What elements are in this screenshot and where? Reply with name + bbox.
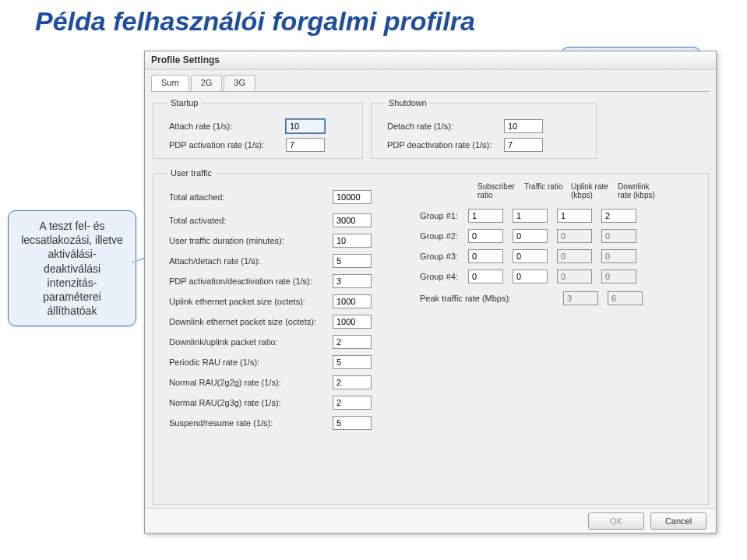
tab-2g[interactable]: 2G (191, 75, 223, 91)
group1-dn-input[interactable] (601, 209, 636, 223)
detach-rate-input[interactable] (504, 119, 543, 133)
group-ratio-grid: Group #1: Group #2: Group #3: (420, 206, 643, 308)
startup-legend: Startup (167, 98, 201, 107)
group4-up-input (557, 269, 592, 284)
peak-uplink-input (563, 291, 598, 305)
total-activated-input[interactable] (333, 213, 372, 227)
pdp-activation-input[interactable] (286, 138, 325, 152)
pdp-deactivation-label: PDP deactivation rate (1/s): (387, 140, 504, 150)
group3-dn-input (601, 249, 636, 263)
suspend-resume-label: Suspend/resume rate (1/s): (169, 418, 333, 428)
total-attached-input[interactable] (333, 190, 372, 204)
group1-label: Group #1: (420, 211, 468, 220)
total-activated-label: Total activated: (169, 216, 333, 225)
group4-tra-input[interactable] (513, 269, 548, 284)
normal-rau-2g2g-input[interactable] (333, 375, 372, 389)
user-traffic-group: User traffic Subscriber ratio Traffic ra… (153, 168, 709, 505)
tab-bar: Sum 2G 3G (151, 75, 710, 92)
cancel-button[interactable]: Cancel (650, 512, 706, 530)
group2-dn-input (601, 229, 636, 243)
dialog-title: Profile Settings (145, 51, 716, 70)
normal-rau-2g3g-input[interactable] (333, 396, 372, 410)
group1-tra-input[interactable] (513, 209, 548, 223)
attach-rate-label: Attach rate (1/s): (169, 122, 286, 131)
header-downlink-rate: Downlink rate (kbps) (618, 182, 661, 199)
group4-sub-input[interactable] (468, 269, 503, 284)
tab-3g[interactable]: 3G (224, 75, 255, 91)
shutdown-legend: Shutdown (386, 98, 430, 107)
periodic-rau-label: Periodic RAU rate (1/s): (169, 357, 333, 367)
shutdown-group: Shutdown Detach rate (1/s): PDP deactiva… (371, 98, 597, 159)
duration-label: User traffic duration (minutes): (169, 236, 333, 245)
packet-ratio-input[interactable] (333, 335, 372, 349)
attach-detach-input[interactable] (333, 254, 372, 268)
tab-sum[interactable]: Sum (151, 75, 189, 91)
normal-rau-2g2g-label: Normal RAU(2g2g) rate (1/s): (169, 378, 333, 387)
group3-label: Group #3: (420, 252, 468, 261)
pdp-ad-input[interactable] (333, 274, 372, 288)
group1-sub-input[interactable] (468, 209, 503, 223)
attach-rate-input[interactable] (286, 119, 325, 133)
peak-downlink-input (608, 291, 643, 305)
group4-dn-input (601, 269, 636, 284)
ok-button[interactable]: OK (588, 512, 644, 530)
profile-settings-dialog: Profile Settings Sum 2G 3G Startup Attac… (144, 51, 717, 534)
periodic-rau-input[interactable] (333, 355, 372, 369)
slide-title: Példa felhasználói forgalmi profilra (35, 6, 475, 37)
suspend-resume-input[interactable] (333, 416, 372, 430)
uplink-eth-input[interactable] (333, 294, 372, 308)
header-subscriber-ratio: Subscriber ratio (477, 182, 520, 199)
uplink-eth-label: Uplink ethernet packet size (octets): (169, 297, 333, 306)
detach-rate-label: Detach rate (1/s): (387, 122, 504, 131)
packet-ratio-label: Downlink/uplink packet ratio: (169, 337, 333, 347)
user-traffic-legend: User traffic (167, 168, 215, 178)
total-attached-label: Total attached: (169, 192, 333, 202)
pdp-ad-label: PDP activation/deactivation rate (1/s): (169, 276, 333, 286)
group1-up-input[interactable] (557, 209, 592, 223)
group2-tra-input[interactable] (513, 229, 548, 243)
header-uplink-rate: Uplink rate (kbps) (571, 182, 614, 199)
group2-sub-input[interactable] (468, 229, 503, 243)
group3-tra-input[interactable] (513, 249, 548, 263)
attach-detach-label: Attach/detach rate (1/s): (169, 256, 333, 266)
group3-up-input (557, 249, 592, 263)
callout-left: A teszt fel- és lecsatlakozási, illetve … (8, 210, 136, 326)
pdp-activation-label: PDP activation rate (1/s): (169, 140, 286, 150)
pdp-deactivation-input[interactable] (504, 138, 543, 152)
downlink-eth-input[interactable] (333, 315, 372, 329)
startup-group: Startup Attach rate (1/s): PDP activatio… (153, 98, 363, 159)
group2-up-input (557, 229, 592, 243)
peak-traffic-label: Peak traffic rate (Mbps): (420, 294, 560, 303)
group2-label: Group #2: (420, 231, 468, 241)
dialog-button-bar: OK Cancel (145, 508, 716, 533)
normal-rau-2g3g-label: Normal RAU(2g3g) rate (1/s): (169, 398, 333, 407)
downlink-eth-label: Downlink ethernet packet size (octets): (169, 317, 333, 326)
group4-label: Group #4: (420, 272, 468, 281)
group3-sub-input[interactable] (468, 249, 503, 263)
duration-input[interactable] (333, 234, 372, 248)
header-traffic-ratio: Traffic ratio (524, 182, 567, 191)
